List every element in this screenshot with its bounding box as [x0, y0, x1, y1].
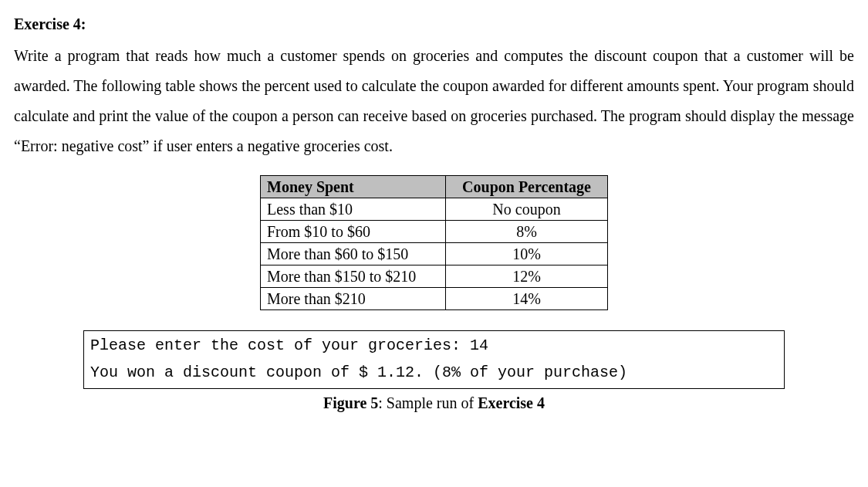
table-row: More than $60 to $150 10%: [261, 243, 608, 265]
sample-run-box: Please enter the cost of your groceries:…: [83, 330, 785, 389]
cell-percent: 14%: [446, 288, 608, 310]
cell-range: Less than $10: [261, 198, 446, 221]
table-row: Less than $10 No coupon: [261, 198, 608, 221]
figure-label: Figure 5: [323, 394, 378, 411]
cell-range: More than $150 to $210: [261, 265, 446, 288]
table-row: More than $210 14%: [261, 288, 608, 310]
cell-range: More than $210: [261, 288, 446, 310]
cell-range: From $10 to $60: [261, 221, 446, 243]
cell-percent: No coupon: [446, 198, 608, 221]
cell-percent: 12%: [446, 265, 608, 288]
figure-caption: Figure 5: Sample run of Exercise 4: [14, 392, 854, 414]
exercise-body: Write a program that reads how much a cu…: [14, 41, 854, 161]
table-row: From $10 to $60 8%: [261, 221, 608, 243]
coupon-table-wrap: Money Spent Coupon Percentage Less than …: [14, 175, 854, 310]
th-money-spent: Money Spent: [261, 176, 446, 198]
sample-line2-suffix: . (8% of your purchase): [414, 364, 627, 381]
coupon-table: Money Spent Coupon Percentage Less than …: [260, 175, 608, 310]
sample-line2-amount: 1.12: [377, 364, 414, 381]
figure-sep: : Sample run of: [378, 394, 478, 411]
th-coupon-percentage: Coupon Percentage: [446, 176, 608, 198]
sample-line-2: You won a discount coupon of $ 1.12. (8%…: [90, 361, 778, 388]
table-header-row: Money Spent Coupon Percentage: [261, 176, 608, 198]
table-row: More than $150 to $210 12%: [261, 265, 608, 288]
exercise-heading: Exercise 4:: [14, 9, 854, 39]
cell-percent: 10%: [446, 243, 608, 265]
sample-line-1: Please enter the cost of your groceries:…: [90, 334, 778, 361]
sample-line2-prefix: You won a discount coupon of $: [90, 364, 377, 381]
figure-ref: Exercise 4: [478, 394, 545, 411]
cell-percent: 8%: [446, 221, 608, 243]
cell-range: More than $60 to $150: [261, 243, 446, 265]
